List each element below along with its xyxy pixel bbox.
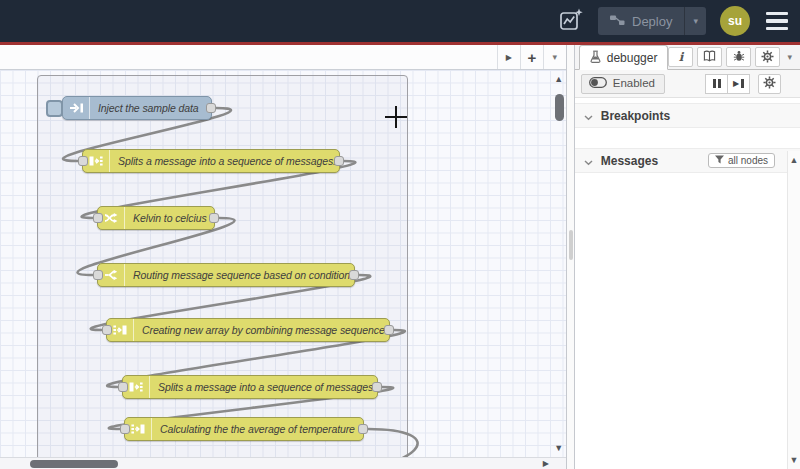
scroll-down-icon[interactable]: ▼ <box>788 455 800 465</box>
scroll-down-icon[interactable]: ▼ <box>552 443 566 453</box>
debugger-toolbar: Enabled ▶ <box>575 70 800 98</box>
pause-button[interactable] <box>705 74 728 94</box>
tab-scroll-right-button[interactable]: ▶ <box>497 45 520 69</box>
breakpoints-title: Breakpoints <box>601 109 670 123</box>
toggle-on-icon <box>589 77 607 90</box>
sidebar: debugger i <box>575 45 800 469</box>
flow-tab-bar: ▶ + ▾ <box>0 45 566 70</box>
canvas-horizontal-scrollbar[interactable]: ▶ <box>0 457 566 469</box>
scroll-right-icon[interactable]: ▶ <box>543 459 549 468</box>
flow-node-inject[interactable]: Inject the sample data <box>62 96 212 120</box>
enabled-label: Enabled <box>613 77 655 89</box>
node-output-port[interactable] <box>349 270 359 280</box>
node-input-port[interactable] <box>102 325 112 335</box>
info-icon: i <box>679 50 684 64</box>
tab-help-button[interactable] <box>697 47 722 67</box>
sidebar-tab-actions: i <box>668 47 795 69</box>
section-breakpoints[interactable]: Breakpoints <box>575 103 800 128</box>
chevron-down-icon: ▾ <box>787 52 792 62</box>
gear-icon <box>763 76 776 92</box>
triangle-right-icon: ▶ <box>506 53 512 62</box>
chevron-down-icon <box>584 107 593 125</box>
deploy-label: Deploy <box>632 14 672 29</box>
node-input-port[interactable] <box>118 382 128 392</box>
flow-node-split[interactable]: Splits a message into a sequence of mess… <box>122 375 378 399</box>
deploy-button[interactable]: Deploy ▾ <box>598 7 706 35</box>
flow-list-button[interactable]: ▾ <box>543 45 566 69</box>
sidebar-tab-bar: debugger i <box>575 45 800 70</box>
main-area: ▶ + ▾ Inject the sample dataSplits a mes… <box>0 45 800 469</box>
chevron-down-icon: ▾ <box>553 52 558 62</box>
funnel-icon <box>715 155 724 166</box>
tab-debugger[interactable]: debugger <box>579 45 669 70</box>
flow-node-change[interactable]: Kelvin to celcius <box>97 206 215 230</box>
app-header: Deploy ▾ su <box>0 0 800 45</box>
flow-node-split[interactable]: Splits a message into a sequence of mess… <box>82 149 340 173</box>
deploy-options-button[interactable]: ▾ <box>684 7 706 35</box>
node-label: Creating new array by combining message … <box>134 319 389 341</box>
debugger-enabled-toggle[interactable]: Enabled <box>581 74 665 94</box>
step-forward-icon: ▶ <box>733 80 739 88</box>
add-flow-button[interactable]: + <box>520 45 543 69</box>
debugger-sections: Breakpoints Messages all nodes <box>575 98 800 469</box>
node-red-app: Deploy ▾ su ▶ + ▾ Inject the sample data… <box>0 0 800 469</box>
deploy-icon <box>610 14 625 29</box>
scroll-up-icon[interactable]: ▲ <box>552 74 566 84</box>
chevron-down-icon <box>584 152 593 170</box>
step-button[interactable]: ▶ <box>727 74 750 94</box>
filter-label: all nodes <box>728 155 768 166</box>
node-input-port[interactable] <box>93 213 103 223</box>
node-output-port[interactable] <box>334 156 344 166</box>
node-label: Routing message sequence based on condit… <box>125 264 354 286</box>
inject-icon <box>63 97 90 119</box>
section-messages[interactable]: Messages all nodes <box>575 148 800 173</box>
node-output-port[interactable] <box>384 325 394 335</box>
flow-canvas[interactable]: Inject the sample dataSplits a message i… <box>0 70 566 457</box>
canvas-vertical-scrollbar[interactable]: ▲ ▼ <box>552 70 566 457</box>
tab-debug-button[interactable] <box>726 47 751 67</box>
bug-icon <box>733 50 745 64</box>
node-output-port[interactable] <box>206 103 216 113</box>
horizontal-scroll-thumb[interactable] <box>30 460 118 468</box>
sidebar-scrollbar[interactable]: ▲ ▼ <box>787 151 800 469</box>
avatar-initials: su <box>728 14 742 28</box>
flow-node-switch[interactable]: Routing message sequence based on condit… <box>97 263 355 287</box>
scroll-up-icon[interactable]: ▲ <box>788 155 800 165</box>
hamburger-icon <box>766 12 788 16</box>
ai-flow-button[interactable] <box>558 7 584 36</box>
ai-flow-icon <box>558 7 584 36</box>
node-input-port[interactable] <box>78 156 88 166</box>
node-input-port[interactable] <box>93 270 103 280</box>
pause-icon <box>713 79 716 88</box>
vertical-scroll-thumb[interactable] <box>555 94 564 121</box>
node-label: Kelvin to celcius <box>125 207 214 229</box>
workspace-column: ▶ + ▾ Inject the sample dataSplits a mes… <box>0 45 567 469</box>
tab-info-button[interactable]: i <box>668 47 693 67</box>
breakpoints-list <box>575 128 800 148</box>
message-filter-button[interactable]: all nodes <box>708 153 775 168</box>
user-avatar[interactable]: su <box>720 6 750 36</box>
node-label: Inject the sample data <box>90 97 207 119</box>
chevron-down-icon: ▾ <box>693 16 698 26</box>
sidebar-menu-button[interactable]: ▾ <box>784 52 795 62</box>
gear-icon <box>761 50 774 65</box>
debugger-controls: ▶ <box>705 74 781 94</box>
flask-icon <box>590 50 601 66</box>
messages-title: Messages <box>601 154 658 168</box>
book-icon <box>703 50 716 64</box>
main-menu-button[interactable] <box>764 8 790 35</box>
node-label: Calculating the the average of temperatu… <box>152 418 363 440</box>
node-input-port[interactable] <box>120 424 130 434</box>
tab-config-button[interactable] <box>755 47 780 67</box>
flow-node-join[interactable]: Creating new array by combining message … <box>106 318 390 342</box>
sidebar-splitter[interactable] <box>567 45 575 469</box>
node-output-port[interactable] <box>209 213 219 223</box>
debugger-settings-button[interactable] <box>758 74 781 94</box>
node-output-port[interactable] <box>358 424 368 434</box>
inject-trigger-button[interactable] <box>46 100 63 117</box>
flow-node-join[interactable]: Calculating the the average of temperatu… <box>124 417 364 441</box>
node-output-port[interactable] <box>372 382 382 392</box>
plus-icon: + <box>527 49 536 66</box>
node-label: Splits a message into a sequence of mess… <box>150 376 377 398</box>
deploy-button-main[interactable]: Deploy <box>598 7 684 35</box>
